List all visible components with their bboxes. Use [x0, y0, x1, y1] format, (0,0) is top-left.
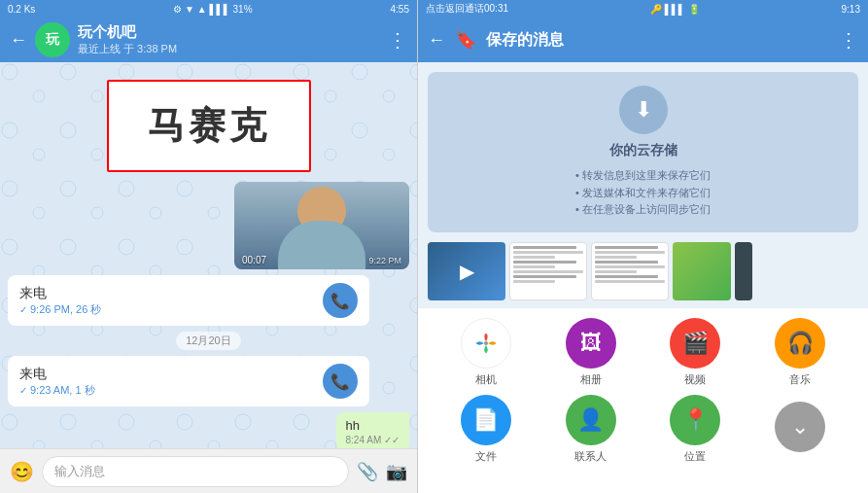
- app-video[interactable]: 🎬 视频: [670, 318, 720, 387]
- chat-header: ← 玩 玩个机吧 最近上线 于 3:38 PM ⋮: [0, 18, 417, 62]
- video-label: 视频: [684, 372, 706, 387]
- file-label: 文件: [475, 449, 497, 464]
- thumb-doc-1[interactable]: [509, 242, 587, 300]
- time-right: 9:13: [842, 4, 860, 15]
- music-label: 音乐: [789, 372, 811, 387]
- svg-point-0: [484, 341, 488, 345]
- call-phone-icon-2[interactable]: 📞: [323, 364, 358, 399]
- status-icons-left: ⚙ ▼ ▲ ▌▌▌ 31%: [173, 4, 252, 15]
- date-divider: 12月20日: [176, 332, 240, 350]
- speed-text: 0.2 Ks: [8, 4, 35, 15]
- more-icon: ⌄: [775, 402, 825, 452]
- outgoing-bubble: hh 8:24 AM ✓✓: [336, 412, 409, 448]
- file-icon: 📄: [461, 395, 511, 445]
- call-info-2: 来电 ✓ 9:23 AM, 1 秒: [19, 366, 95, 398]
- bubble-text: hh: [346, 418, 360, 433]
- cloud-icon: ⬇: [619, 86, 668, 134]
- call-label-2: 来电: [19, 366, 95, 383]
- cloud-desc-line-3: • 在任意设备上访问同步它们: [575, 201, 711, 219]
- contact-label: 联系人: [574, 449, 607, 464]
- music-icon: 🎧: [775, 318, 825, 369]
- mosaic-redacted-box: 马赛克: [107, 80, 311, 172]
- cloud-desc-line-1: • 转发信息到这里来保存它们: [575, 167, 711, 185]
- chat-messages: ▶ 00:09 9:22 PM 马赛克 00:07 9:22 PM: [0, 62, 417, 448]
- thumb-doc-2[interactable]: [591, 242, 669, 300]
- bubble-meta: 8:24 AM ✓✓: [346, 435, 399, 445]
- chat-avatar: 玩: [35, 22, 70, 57]
- chat-info: 玩个机吧 最近上线 于 3:38 PM: [78, 23, 380, 56]
- saved-title: 保存的消息: [486, 30, 829, 51]
- app-row-1: 相机 🖼 相册 🎬 视频 🎧: [434, 318, 852, 387]
- location-icon: 📍: [670, 395, 720, 445]
- saved-header: ← 🔖 保存的消息 ⋮: [418, 18, 868, 62]
- bookmark-icon: 🔖: [455, 29, 476, 51]
- app-grid: 相机 🖼 相册 🎬 视频 🎧: [418, 308, 868, 493]
- back-button[interactable]: ←: [10, 30, 27, 51]
- call-return-text[interactable]: 点击返回通话00:31: [426, 2, 508, 16]
- chat-input-bar: 😊 输入消息 📎 📷: [0, 448, 417, 493]
- call-detail-2: ✓ 9:23 AM, 1 秒: [19, 383, 95, 398]
- app-location[interactable]: 📍 位置: [670, 395, 720, 464]
- incoming-call-1: 来电 ✓ 9:26 PM, 26 秒 📞: [8, 275, 369, 326]
- pinwheel-svg: [472, 330, 500, 357]
- app-row-2: 📄 文件 👤 联系人 📍 位置: [434, 395, 852, 464]
- attach-button[interactable]: 📎: [357, 461, 378, 482]
- call-phone-icon-1[interactable]: 📞: [323, 283, 358, 318]
- right-phone: 点击返回通话00:31 🔑 ▌▌▌ 🔋 9:13 ← 🔖 保存的消息 ⋮ ⬇ 你…: [418, 0, 868, 493]
- chat-more-button[interactable]: ⋮: [388, 28, 407, 52]
- camera-label: 相机: [475, 372, 497, 387]
- camera-icon: [461, 318, 511, 369]
- mosaic-text: 马赛克: [148, 105, 270, 146]
- gallery-label: 相册: [580, 372, 602, 387]
- thumb-image[interactable]: [673, 242, 731, 300]
- time-left: 4:55: [391, 4, 409, 15]
- app-camera[interactable]: 相机: [461, 318, 511, 387]
- gallery-icon: 🖼: [566, 318, 616, 369]
- chat-body: ▶ 00:09 9:22 PM 马赛克 00:07 9:22 PM: [0, 62, 417, 448]
- saved-more-button[interactable]: ⋮: [839, 28, 858, 52]
- thumb-video[interactable]: ▶: [428, 242, 505, 300]
- saved-body: ⬇ 你的云存储 • 转发信息到这里来保存它们 • 发送媒体和文件来存储它们 • …: [418, 62, 868, 493]
- message-input[interactable]: 输入消息: [42, 456, 349, 487]
- app-gallery[interactable]: 🖼 相册: [566, 318, 616, 387]
- chat-status: 最近上线 于 3:38 PM: [78, 42, 380, 56]
- left-phone: 0.2 Ks ⚙ ▼ ▲ ▌▌▌ 31% 4:55 ← 玩 玩个机吧 最近上线 …: [0, 0, 418, 493]
- app-more[interactable]: ⌄: [775, 402, 825, 456]
- cloud-storage-card: ⬇ 你的云存储 • 转发信息到这里来保存它们 • 发送媒体和文件来存储它们 • …: [428, 72, 858, 232]
- status-bar-right: 点击返回通话00:31 🔑 ▌▌▌ 🔋 9:13: [418, 0, 868, 18]
- camera-button[interactable]: 📷: [386, 461, 407, 482]
- photo-message[interactable]: 00:07 9:22 PM: [234, 182, 409, 269]
- call-detail-1: ✓ 9:26 PM, 26 秒: [19, 302, 101, 317]
- cloud-desc-line-2: • 发送媒体和文件来存储它们: [575, 185, 711, 202]
- photo-duration: 00:07: [242, 255, 266, 265]
- app-music[interactable]: 🎧 音乐: [775, 318, 825, 387]
- location-label: 位置: [684, 449, 706, 464]
- incoming-call-2: 来电 ✓ 9:23 AM, 1 秒 📞: [8, 356, 369, 406]
- video-icon: 🎬: [670, 318, 720, 369]
- thumbnail-strip: ▶: [418, 242, 868, 308]
- status-icons-right: 🔑 ▌▌▌ 🔋: [650, 4, 700, 15]
- app-contact[interactable]: 👤 联系人: [566, 395, 616, 464]
- cloud-description: • 转发信息到这里来保存它们 • 发送媒体和文件来存储它们 • 在任意设备上访问…: [575, 167, 711, 219]
- emoji-button[interactable]: 😊: [10, 460, 34, 483]
- saved-back-button[interactable]: ←: [428, 30, 445, 51]
- thumb-narrow[interactable]: [735, 242, 752, 300]
- photo-timestamp: 9:22 PM: [368, 256, 401, 265]
- call-info-1: 来电 ✓ 9:26 PM, 26 秒: [19, 285, 101, 317]
- chat-name: 玩个机吧: [78, 23, 380, 42]
- call-label-1: 来电: [19, 285, 101, 302]
- photo-image: 00:07 9:22 PM: [234, 182, 409, 269]
- cloud-title: 你的云存储: [609, 142, 677, 159]
- contact-icon: 👤: [566, 395, 616, 445]
- app-file[interactable]: 📄 文件: [461, 395, 511, 464]
- status-bar-left: 0.2 Ks ⚙ ▼ ▲ ▌▌▌ 31% 4:55: [0, 0, 417, 18]
